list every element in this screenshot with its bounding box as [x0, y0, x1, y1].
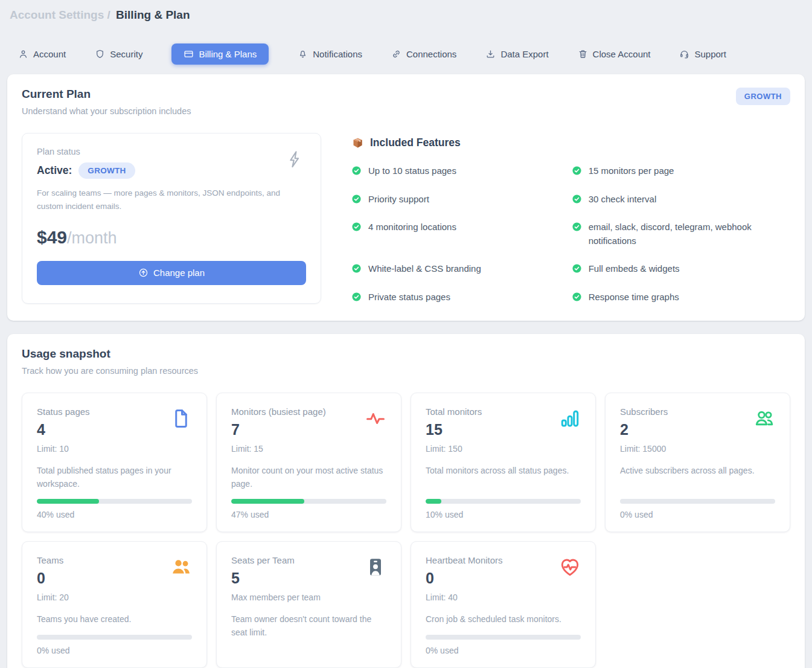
change-plan-button[interactable]: Change plan [37, 261, 306, 285]
tab-label: Close Account [593, 49, 651, 59]
tab-billing-plans[interactable]: Billing & Plans [171, 43, 269, 65]
usage-percent-label: 40% used [37, 510, 192, 519]
headset-icon [679, 49, 689, 59]
feature-item: Response time graphs [572, 291, 790, 304]
usage-progress-track [37, 499, 192, 504]
usage-progress-track [426, 499, 581, 504]
users-outline-icon [753, 408, 775, 429]
usage-card-label: Total monitors [426, 406, 482, 417]
usage-percent-label: 0% used [620, 510, 775, 519]
check-circle-icon [351, 222, 362, 232]
billing-page: Account Settings / Billing & Plan Accoun… [0, 0, 812, 668]
feature-label: 4 monitoring locations [368, 220, 456, 234]
usage-progress-track [620, 499, 775, 504]
features-title: Included Features [370, 136, 461, 149]
tab-notifications[interactable]: Notifications [298, 49, 362, 59]
usage-card-description: Total monitors across all status pages. [426, 464, 581, 490]
usage-card-value: 0 [426, 570, 503, 587]
usage-card-limit: Limit: 150 [426, 444, 482, 454]
tab-connections[interactable]: Connections [391, 49, 456, 59]
bar-chart-icon [559, 408, 581, 429]
check-circle-icon [572, 165, 582, 176]
feature-label: 30 check interval [589, 193, 657, 207]
tab-account[interactable]: Account [18, 49, 66, 59]
users-filled-icon [170, 556, 192, 578]
plan-status-label: Plan status [37, 147, 306, 156]
usage-card-teams: Teams 0 Limit: 20 Teams you have created… [22, 541, 207, 668]
usage-card-label: Heartbeat Monitors [426, 555, 503, 565]
feature-item: Up to 10 status pages [351, 164, 545, 178]
feature-item: email, slack, discord, telegram, webhook… [572, 220, 790, 248]
usage-progress-track [231, 499, 386, 504]
usage-card-limit: Limit: 15000 [620, 444, 668, 454]
usage-card-subscribers: Subscribers 2 Limit: 15000 Active subscr… [605, 393, 790, 532]
check-circle-icon [572, 222, 582, 232]
plan-active-text: Active: [37, 164, 72, 177]
feature-item: Priority support [351, 193, 545, 207]
check-circle-icon [572, 194, 582, 204]
check-circle-icon [351, 165, 362, 176]
usage-card-value: 7 [231, 421, 326, 438]
tab-close-account[interactable]: Close Account [578, 49, 651, 59]
bell-icon [298, 49, 308, 59]
usage-subtitle: Track how you are consuming plan resourc… [22, 366, 198, 376]
feature-item: Private status pages [351, 291, 545, 304]
tab-security[interactable]: Security [95, 49, 142, 59]
feature-label: email, slack, discord, telegram, webhook… [589, 220, 790, 248]
feature-item: 30 check interval [572, 193, 790, 207]
usage-card-value: 5 [231, 570, 321, 587]
usage-card-description: Total published status pages in your wor… [37, 464, 192, 490]
check-circle-icon [351, 292, 362, 302]
usage-snapshot-card: Usage snapshot Track how you are consumi… [7, 334, 805, 668]
features-grid: Up to 10 status pages 15 monitors per pa… [351, 164, 790, 304]
feature-label: Up to 10 status pages [368, 164, 456, 178]
plan-price: $49 [37, 227, 67, 247]
usage-card-limit: Max members per team [231, 593, 321, 602]
usage-title: Usage snapshot [22, 347, 198, 361]
usage-card-limit: Limit: 10 [37, 444, 90, 454]
lightning-icon [286, 149, 304, 170]
usage-card-description: Team owner doesn't count toward the seat… [231, 613, 386, 655]
usage-card-value: 15 [426, 421, 482, 438]
shield-icon [95, 49, 105, 59]
usage-card-label: Status pages [37, 406, 90, 417]
feature-item: 15 monitors per page [572, 164, 790, 178]
trash-icon [578, 49, 588, 59]
usage-percent-label: 0% used [37, 646, 192, 655]
tab-label: Connections [406, 49, 456, 59]
tab-data-export[interactable]: Data Export [485, 49, 548, 59]
usage-card-limit: Limit: 15 [231, 444, 326, 454]
plan-period: /month [67, 229, 117, 247]
package-icon [351, 136, 364, 149]
usage-percent-label: 47% used [231, 510, 386, 519]
feature-label: Private status pages [368, 291, 450, 304]
included-features: Included Features Up to 10 status pages … [351, 133, 790, 304]
usage-card-limit: Limit: 20 [37, 593, 69, 602]
usage-card-label: Subscribers [620, 406, 668, 417]
feature-label: Full embeds & widgets [589, 262, 680, 276]
usage-card-status-pages: Status pages 4 Limit: 10 Total published… [22, 393, 207, 532]
usage-percent-label: 10% used [426, 510, 581, 519]
usage-card-value: 2 [620, 421, 668, 438]
download-icon [485, 49, 496, 59]
usage-card-label: Seats per Team [231, 555, 321, 565]
usage-card-description: Monitor count on your most active status… [231, 464, 386, 490]
feature-item: White-label & CSS branding [351, 262, 545, 276]
usage-card-total-monitors: Total monitors 15 Limit: 150 Total monit… [411, 393, 596, 532]
tab-label: Data Export [500, 49, 548, 59]
usage-card-limit: Limit: 40 [426, 593, 503, 602]
usage-progress-fill [426, 499, 441, 504]
current-plan-card: Current Plan Understand what your subscr… [7, 74, 805, 321]
usage-progress-fill [37, 499, 99, 504]
breadcrumb-section[interactable]: Account Settings / [10, 8, 110, 21]
check-circle-icon [572, 292, 582, 302]
check-circle-icon [351, 194, 362, 204]
current-plan-subtitle: Understand what your subscription includ… [22, 106, 191, 116]
usage-card-value: 0 [37, 570, 69, 587]
tab-label: Security [110, 49, 142, 59]
tab-support[interactable]: Support [679, 49, 726, 59]
current-plan-title: Current Plan [22, 88, 191, 101]
feature-label: White-label & CSS branding [368, 262, 481, 276]
change-plan-label: Change plan [153, 268, 205, 278]
usage-card-monitors-busiest-page: Monitors (busiest page) 7 Limit: 15 Moni… [216, 393, 401, 532]
